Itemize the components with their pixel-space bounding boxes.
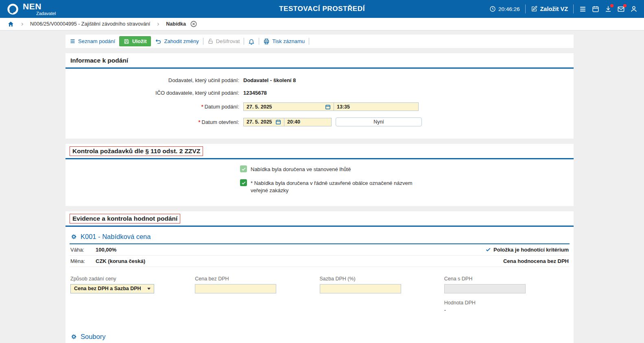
nen-logo-icon [7,3,19,15]
breadcrumb-current[interactable]: Nabídka [166,21,186,27]
user-icon[interactable] [630,5,637,13]
price-mode-select[interactable]: Cena bez DPH a Sazba DPH [70,284,154,293]
calendar-small-icon[interactable] [275,119,281,125]
price-mode-label: Způsob zadání ceny [70,276,195,282]
gear-icon [70,233,77,240]
print-record-button[interactable]: Tisk záznamu [263,38,305,45]
vat-rate-input[interactable] [320,284,401,293]
caret-down-icon [147,288,151,290]
criterion-badge: Položka je hodnotící kritérium [485,247,569,253]
criterion-header: K001 - Nabídková cena [70,232,570,244]
time-opened-value: 20:40 [287,119,300,125]
mena-value: CZK (koruna česká) [96,258,145,264]
calendar-small-icon[interactable] [325,104,331,110]
supplier-label: Dodavatel, který učinil podání: [65,77,243,83]
date-opened-label: *Datum otevření: [65,119,243,125]
mena-label: Měna: [70,258,96,264]
submissions-list-button[interactable]: Seznam podání [70,38,115,44]
ico-value: 12345678 [243,90,267,96]
supplier-value: Dodavatel - školení 8 [243,77,296,83]
discard-changes-label: Zahodit změny [164,38,199,44]
clock-icon [489,6,496,12]
chevron-right-icon [156,22,160,26]
field-price-without-vat: Cena bez DPH [195,276,319,313]
date-opened-input[interactable]: 27. 5. 2025 [243,118,284,126]
download-icon[interactable] [605,5,612,13]
price-without-vat-input[interactable] [195,284,276,293]
row-vaha: Váha: 100,00% Položka je hodnotící krité… [70,244,570,256]
vat-rate-label: Sazba DPH (%) [320,276,444,282]
field-vat-rate: Sazba DPH (%) [320,276,444,313]
calendar-icon[interactable] [592,5,599,13]
discard-changes-button[interactable]: Zahodit změny [155,38,199,45]
environment-title: TESTOVACÍ PROSTŘEDÍ [279,5,365,13]
check-icon [485,247,491,252]
decrypt-button[interactable]: Dešifrovat [207,38,240,44]
vat-mode-badge: Cena hodnocena bez DPH [503,258,569,264]
gear-icon [70,333,77,340]
undo-icon [155,38,162,45]
create-vz-button[interactable]: Založit VZ [531,6,568,12]
notification-dot [623,4,627,7]
now-button[interactable]: Nyní [336,117,422,126]
session-clock: 20:46:26 [489,6,520,12]
section-title: Informace k podání [65,53,574,69]
edit-icon [531,6,537,12]
chevron-right-icon [20,22,24,26]
section-evidence-hodnot: Evidence a kontrola hodnot podání K001 -… [65,211,574,343]
session-time: 20:46:26 [498,6,520,12]
brand-name: NEN [23,2,56,11]
date-submitted-input[interactable]: 27. 5. 2025 [243,102,334,111]
section-kontrola-pozadavku: Kontrola požadavků dle § 110 odst. 2 ZZV… [65,144,574,206]
notifications-button[interactable] [248,38,255,45]
date-submitted-label: *Datum podání: [65,104,243,110]
record-toolbar: Seznam podání Uložit Zahodit změny Dešif… [65,35,574,48]
main-content: Seznam podání Uložit Zahodit změny Dešif… [65,30,574,343]
date-opened-value: 27. 5. 2025 [247,119,272,125]
mail-icon[interactable] [617,5,625,13]
form-row-ico: IČO dodavatele, který učinil podání: 123… [65,90,574,96]
home-icon[interactable] [7,21,14,28]
checkbox-delivered-on-time[interactable] [240,165,247,172]
breadcrumb-contract[interactable]: N006/25/V00004995 - Zajištění závodního … [30,21,150,27]
criterion-badge-label: Položka je hodnotící kritérium [493,247,569,253]
decrypt-label: Dešifrovat [216,38,240,44]
price-with-vat-label: Cena s DPH [444,276,569,282]
criterion-title: K001 - Nabídková cena [81,233,151,241]
breadcrumb: N006/25/V00004995 - Zajištění závodního … [0,18,644,30]
brand-role: Zadavatel [36,11,56,16]
checkbox-sealed-envelope[interactable] [240,179,247,186]
vaha-label: Váha: [70,247,96,253]
save-button[interactable]: Uložit [119,36,151,46]
price-mode-value: Cena bez DPH a Sazba DPH [74,286,141,291]
price-fields: Způsob zadání ceny Cena bez DPH a Sazba … [70,276,570,313]
required-asterisk: * [201,104,203,110]
price-without-vat-label: Cena bez DPH [195,276,319,282]
time-submitted-input[interactable]: 13:35 [334,102,419,111]
now-label: Nyní [373,119,384,125]
field-price-mode: Způsob zadání ceny Cena bez DPH a Sazba … [70,276,195,313]
vat-amount-value: - [444,307,569,313]
lock-icon [207,38,214,44]
files-title: Soubory [81,333,105,341]
vat-mode-label: Cena hodnocena bez DPH [503,258,569,264]
section-title-annotated: Kontrola požadavků dle § 110 odst. 2 ZZV… [70,146,203,156]
menu-icon[interactable] [579,5,587,13]
vaha-value: 100,00% [96,247,116,253]
nen-logo[interactable]: NEN Zadavatel [7,2,56,16]
submissions-list-label: Seznam podání [78,38,115,44]
page: NEN Zadavatel TESTOVACÍ PROSTŘEDÍ 20:46:… [0,0,644,343]
time-opened-input[interactable]: 20:40 [284,118,332,126]
files-header: Soubory [70,332,570,343]
form-row-date-opened: *Datum otevření: 27. 5. 2025 20:40 Nyní [65,117,574,126]
divider [203,38,203,45]
divider [573,4,574,13]
print-record-label: Tisk záznamu [272,38,305,44]
field-price-with-vat: Cena s DPH Hodnota DPH - [444,276,569,313]
section-informace-k-podani: Informace k podání Dodavatel, který učin… [65,53,574,139]
time-submitted-value: 13:35 [337,104,350,110]
close-circle-icon[interactable] [190,20,197,28]
form-row-date-submitted: *Datum podání: 27. 5. 2025 13:35 [65,102,574,111]
list-icon [70,38,76,44]
bell-icon [248,38,255,45]
